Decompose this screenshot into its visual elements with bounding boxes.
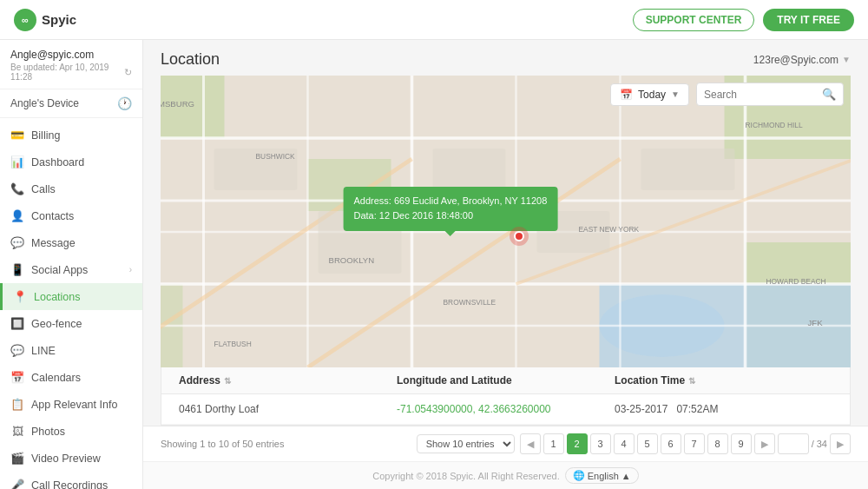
sort-icon-time[interactable]: ⇅ xyxy=(688,376,695,386)
cell-address: 0461 Dorthy Loaf xyxy=(179,403,397,415)
nav-label-calendars: Calendars xyxy=(31,372,132,384)
svg-text:WILLIAMSBURG: WILLIAMSBURG xyxy=(161,99,194,109)
cell-coords: -71.0543900000, 42.3663260000 xyxy=(397,403,615,415)
page-3-button[interactable]: 3 xyxy=(590,433,611,454)
sidebar-item-contacts[interactable]: 👤 Contacts xyxy=(0,202,142,229)
nav-icon-message: 💬 xyxy=(10,236,24,249)
nav-label-app-relevant-info: App Relevant Info xyxy=(31,399,132,411)
sidebar-user: Angle@spyic.com Be updated: Apr 10, 2019… xyxy=(0,40,142,89)
page-6-button[interactable]: 6 xyxy=(661,433,681,454)
pagination: ◀ 1 2 3 4 5 6 7 8 9 ▶ / 34 ▶ xyxy=(520,433,851,454)
sidebar-item-dashboard[interactable]: 📊 Dashboard xyxy=(0,149,142,175)
nav-label-billing: Billing xyxy=(31,129,132,142)
map-search-box: 🔍 xyxy=(696,83,844,106)
nav-icon-photos: 🖼 xyxy=(10,425,24,438)
sidebar-item-app-relevant-info[interactable]: 📋 App Relevant Info xyxy=(0,391,142,418)
user-account[interactable]: 123re@Spyic.com ▼ xyxy=(753,54,851,66)
sidebar-item-social-apps[interactable]: 📱 Social Apps › xyxy=(0,256,142,283)
table-row: 0461 Dorthy Loaf -71.0543900000, 42.3663… xyxy=(161,394,850,425)
logo-text: Spyic xyxy=(42,12,76,27)
sidebar-item-video-preview[interactable]: 🎬 Video Preview xyxy=(0,445,142,472)
page-7-button[interactable]: 7 xyxy=(684,433,705,454)
copyright-text: Copyright © 2018 Spyic. All Right Reserv… xyxy=(372,471,559,481)
sidebar-device-name: Angle's Device xyxy=(10,97,79,109)
page-2-button[interactable]: 2 xyxy=(567,433,588,454)
nav-icon-calls: 📞 xyxy=(10,182,24,195)
footer-right: Show 10 entries Show 25 entries Show 50 … xyxy=(417,433,851,454)
svg-text:BUSHWICK: BUSHWICK xyxy=(256,152,296,161)
language-label: English xyxy=(588,471,619,481)
main-header: Location 123re@Spyic.com ▼ xyxy=(143,40,868,76)
map-container: 📅 Today ▼ 🔍 xyxy=(161,76,851,367)
try-it-free-button[interactable]: TRY IT FREE xyxy=(763,9,854,31)
sidebar-item-message[interactable]: 💬 Message xyxy=(0,229,142,256)
svg-text:EAST NEW YORK: EAST NEW YORK xyxy=(579,225,640,234)
col-header-address: Address ⇅ xyxy=(179,374,397,387)
main-content: Location 123re@Spyic.com ▼ 📅 Today ▼ 🔍 xyxy=(143,40,868,489)
nav-icon-social-apps: 📱 xyxy=(10,263,24,276)
svg-rect-26 xyxy=(641,149,735,190)
sidebar-item-locations[interactable]: 📍 Locations xyxy=(0,283,142,310)
svg-text:JFK: JFK xyxy=(808,318,824,327)
language-selector[interactable]: 🌐 English ▲ xyxy=(565,467,639,484)
nav-icon-call-recordings: 🎤 xyxy=(10,479,24,489)
calendar-icon: 📅 xyxy=(620,89,633,101)
sidebar-item-calls[interactable]: 📞 Calls xyxy=(0,175,142,202)
clock-icon: 🕐 xyxy=(117,96,132,110)
page-1-button[interactable]: 1 xyxy=(543,433,564,454)
copyright-bar: Copyright © 2018 Spyic. All Right Reserv… xyxy=(143,461,868,489)
sidebar-item-calendars[interactable]: 📅 Calendars xyxy=(0,364,142,391)
prev-page-button[interactable]: ◀ xyxy=(520,433,541,454)
page-4-button[interactable]: 4 xyxy=(614,433,635,454)
nav-label-photos: Photos xyxy=(31,426,132,438)
page-5-button[interactable]: 5 xyxy=(637,433,658,454)
chevron-up-icon: ▲ xyxy=(621,471,631,481)
svg-text:RICHMOND HILL: RICHMOND HILL xyxy=(746,121,804,129)
map-toolbar: 📅 Today ▼ 🔍 xyxy=(610,83,844,106)
page-9-button[interactable]: 9 xyxy=(731,433,752,454)
nav-label-contacts: Contacts xyxy=(31,210,132,222)
nav-label-message: Message xyxy=(31,237,132,249)
date-picker[interactable]: 📅 Today ▼ xyxy=(610,83,689,106)
header-right: SUPPORT CENTER TRY IT FREE xyxy=(633,9,854,31)
nav-icon-billing: 💳 xyxy=(10,129,24,142)
page-input[interactable] xyxy=(778,433,809,454)
map-popup: Address: 669 Euclid Ave, Brooklyn, NY 11… xyxy=(343,187,557,231)
popup-date: Data: 12 Dec 2016 18:48:00 xyxy=(353,208,547,224)
footer-bar: Showing 1 to 10 of 50 entries Show 10 en… xyxy=(143,426,868,461)
support-center-button[interactable]: SUPPORT CENTER xyxy=(633,9,755,31)
svg-text:FLATBUSH: FLATBUSH xyxy=(214,340,252,348)
sidebar-item-geo-fence[interactable]: 🔲 Geo-fence xyxy=(0,310,142,337)
refresh-icon[interactable]: ↻ xyxy=(124,67,132,78)
map-search-input[interactable] xyxy=(704,89,817,101)
svg-text:BROWNSVILLE: BROWNSVILLE xyxy=(444,298,496,307)
entries-info: Showing 1 to 10 of 50 entries xyxy=(161,439,284,449)
nav-label-geo-fence: Geo-fence xyxy=(31,318,132,330)
svg-text:BROOKLYN: BROOKLYN xyxy=(329,255,375,265)
search-icon[interactable]: 🔍 xyxy=(822,88,836,101)
table-header-row: Address ⇅ Longitude and Latitude Locatio… xyxy=(161,367,850,394)
sidebar-item-billing[interactable]: 💳 Billing xyxy=(0,122,142,149)
nav-icon-geo-fence: 🔲 xyxy=(10,317,24,330)
next-page-button[interactable]: ▶ xyxy=(754,433,775,454)
chevron-down-icon: ▼ xyxy=(842,55,851,64)
account-email: 123re@Spyic.com xyxy=(753,54,838,66)
col-header-coords: Longitude and Latitude xyxy=(397,374,615,387)
sort-icon[interactable]: ⇅ xyxy=(224,376,231,386)
entries-select[interactable]: Show 10 entries Show 25 entries Show 50 … xyxy=(417,434,515,453)
sidebar-item-call-recordings[interactable]: 🎤 Call Recordings xyxy=(0,472,142,489)
nav-icon-app-relevant-info: 📋 xyxy=(10,398,24,411)
sidebar-item-line[interactable]: 💬 LINE xyxy=(0,337,142,364)
chevron-right-icon: › xyxy=(129,265,132,274)
svg-text:HOWARD BEACH: HOWARD BEACH xyxy=(766,277,826,286)
nav-icon-dashboard: 📊 xyxy=(10,155,24,169)
sidebar-device[interactable]: Angle's Device 🕐 xyxy=(0,89,142,118)
page-8-button[interactable]: 8 xyxy=(707,433,728,454)
nav-icon-locations: 📍 xyxy=(13,290,27,303)
sidebar-user-updated: Be updated: Apr 10, 2019 11:28 ↻ xyxy=(10,63,132,82)
date-filter-label: Today xyxy=(638,89,666,101)
go-page-button[interactable]: ▶ xyxy=(830,433,851,454)
map-pin xyxy=(510,227,529,246)
sidebar-item-photos[interactable]: 🖼 Photos xyxy=(0,418,142,445)
nav-icon-video-preview: 🎬 xyxy=(10,452,24,465)
